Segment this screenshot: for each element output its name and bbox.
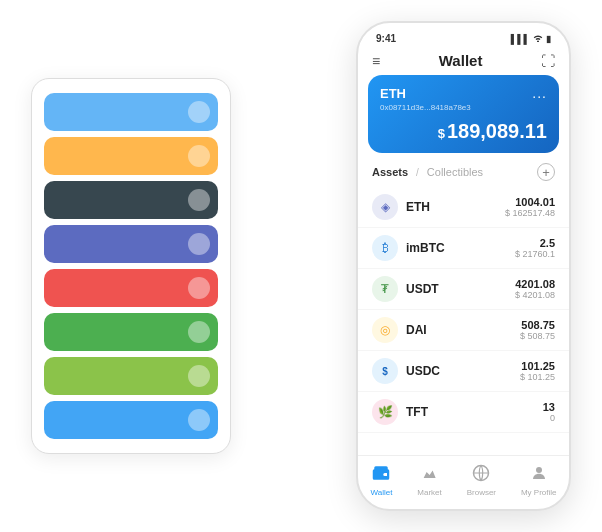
usdt-amount: 4201.08 (515, 278, 555, 290)
profile-nav-label: My Profile (521, 488, 557, 497)
card-stack-item-7[interactable] (44, 401, 218, 439)
card-address: 0x08711d3e...8418a78e3 (380, 103, 547, 112)
add-asset-button[interactable]: + (537, 163, 555, 181)
eth-amount: 1004.01 (505, 196, 555, 208)
card-stack-item-5[interactable] (44, 313, 218, 351)
asset-name-imbtc: imBTC (406, 241, 515, 255)
card-dot-5 (188, 321, 210, 343)
market-nav-icon (421, 464, 439, 486)
nav-browser[interactable]: Browser (467, 464, 496, 497)
usdc-icon: $ (372, 358, 398, 384)
tab-assets[interactable]: Assets (372, 166, 408, 178)
usdc-amounts: 101.25 $ 101.25 (520, 360, 555, 382)
card-dot-3 (188, 233, 210, 255)
assets-tabs: Assets / Collectibles + (358, 161, 569, 187)
eth-amounts: 1004.01 $ 162517.48 (505, 196, 555, 218)
card-dot-2 (188, 189, 210, 211)
eth-icon: ◈ (372, 194, 398, 220)
profile-nav-icon (530, 464, 548, 486)
nav-header: ≡ Wallet ⛶ (358, 48, 569, 75)
market-nav-label: Market (417, 488, 441, 497)
imbtc-icon: ₿ (372, 235, 398, 261)
card-header: ETH ... (380, 85, 547, 101)
card-dot-7 (188, 409, 210, 431)
status-icons: ▌▌▌ ▮ (511, 34, 551, 44)
asset-list: ◈ ETH 1004.01 $ 162517.48 ₿ imBTC 2.5 $ … (358, 187, 569, 455)
tab-divider: / (416, 167, 419, 178)
asset-row-usdt[interactable]: ₮ USDT 4201.08 $ 4201.08 (358, 269, 569, 310)
dai-amounts: 508.75 $ 508.75 (520, 319, 555, 341)
asset-row-imbtc[interactable]: ₿ imBTC 2.5 $ 21760.1 (358, 228, 569, 269)
nav-wallet[interactable]: Wallet (370, 464, 392, 497)
card-stack-item-6[interactable] (44, 357, 218, 395)
usdt-icon: ₮ (372, 276, 398, 302)
hamburger-icon[interactable]: ≡ (372, 53, 380, 69)
nav-title: Wallet (439, 52, 483, 69)
browser-nav-icon (472, 464, 490, 486)
usdt-usd: $ 4201.08 (515, 290, 555, 300)
asset-row-dai[interactable]: ◎ DAI 508.75 $ 508.75 (358, 310, 569, 351)
eth-usd: $ 162517.48 (505, 208, 555, 218)
tft-amounts: 13 0 (543, 401, 555, 423)
battery-icon: ▮ (546, 34, 551, 44)
tft-icon: 🌿 (372, 399, 398, 425)
nav-profile[interactable]: My Profile (521, 464, 557, 497)
card-dot-6 (188, 365, 210, 387)
asset-row-eth[interactable]: ◈ ETH 1004.01 $ 162517.48 (358, 187, 569, 228)
wifi-icon (533, 34, 543, 44)
imbtc-amounts: 2.5 $ 21760.1 (515, 237, 555, 259)
card-stack-item-4[interactable] (44, 269, 218, 307)
tft-amount: 13 (543, 401, 555, 413)
signal-icon: ▌▌▌ (511, 34, 530, 44)
imbtc-amount: 2.5 (515, 237, 555, 249)
asset-name-eth: ETH (406, 200, 505, 214)
browser-nav-label: Browser (467, 488, 496, 497)
usdc-amount: 101.25 (520, 360, 555, 372)
bottom-nav: Wallet Market Browser My Profile (358, 455, 569, 509)
usdt-amounts: 4201.08 $ 4201.08 (515, 278, 555, 300)
card-dot-0 (188, 101, 210, 123)
card-amount: $189,089.11 (380, 120, 547, 143)
dai-amount: 508.75 (520, 319, 555, 331)
scene: 9:41 ▌▌▌ ▮ ≡ Wallet ⛶ ETH ... 0x08711d3e… (11, 11, 591, 521)
wallet-nav-icon (372, 464, 390, 486)
card-dot-1 (188, 145, 210, 167)
asset-name-usdc: USDC (406, 364, 520, 378)
phone-mockup: 9:41 ▌▌▌ ▮ ≡ Wallet ⛶ ETH ... 0x08711d3e… (356, 21, 571, 511)
card-stack (31, 78, 231, 454)
expand-icon[interactable]: ⛶ (541, 53, 555, 69)
dai-usd: $ 508.75 (520, 331, 555, 341)
usdc-usd: $ 101.25 (520, 372, 555, 382)
asset-name-tft: TFT (406, 405, 543, 419)
status-bar: 9:41 ▌▌▌ ▮ (358, 23, 569, 48)
svg-point-1 (536, 467, 542, 473)
card-menu-dots[interactable]: ... (532, 85, 547, 101)
asset-row-tft[interactable]: 🌿 TFT 13 0 (358, 392, 569, 433)
asset-name-usdt: USDT (406, 282, 515, 296)
balance-card[interactable]: ETH ... 0x08711d3e...8418a78e3 $189,089.… (368, 75, 559, 153)
nav-market[interactable]: Market (417, 464, 441, 497)
card-stack-item-2[interactable] (44, 181, 218, 219)
wallet-nav-label: Wallet (370, 488, 392, 497)
tft-usd: 0 (543, 413, 555, 423)
card-dot-4 (188, 277, 210, 299)
card-stack-item-3[interactable] (44, 225, 218, 263)
card-stack-item-1[interactable] (44, 137, 218, 175)
card-stack-item-0[interactable] (44, 93, 218, 131)
tab-collectibles[interactable]: Collectibles (427, 166, 483, 178)
status-time: 9:41 (376, 33, 396, 44)
asset-row-usdc[interactable]: $ USDC 101.25 $ 101.25 (358, 351, 569, 392)
dai-icon: ◎ (372, 317, 398, 343)
asset-name-dai: DAI (406, 323, 520, 337)
tab-group: Assets / Collectibles (372, 166, 483, 178)
imbtc-usd: $ 21760.1 (515, 249, 555, 259)
card-currency: ETH (380, 86, 406, 101)
